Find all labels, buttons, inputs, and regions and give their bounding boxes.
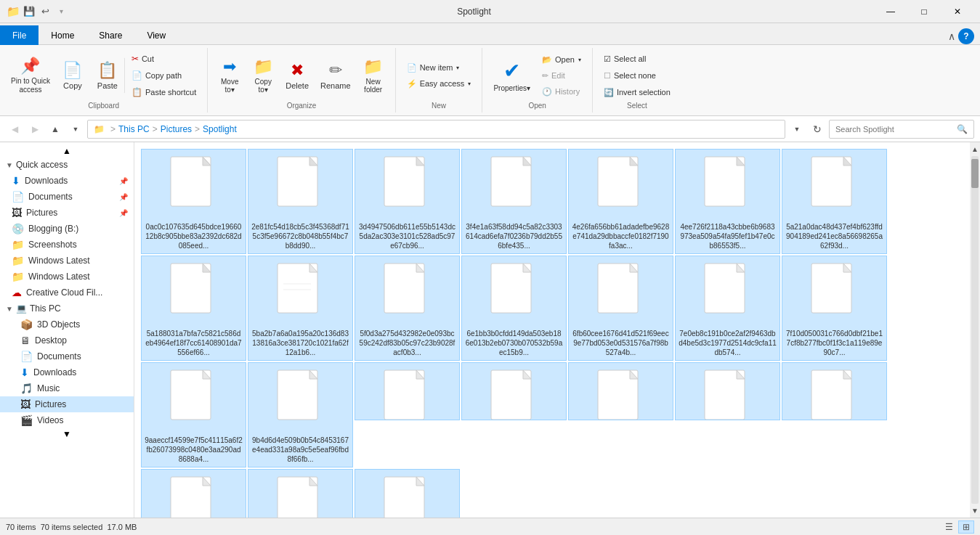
sidebar-item-pictures-pc[interactable]: 🖼 Pictures [0, 396, 134, 412]
sidebar-item-creative-cloud[interactable]: ☁ Creative Cloud Fil... [0, 285, 134, 301]
sidebar-item-downloads-pc[interactable]: ⬇ Downloads [0, 364, 134, 380]
save-icon[interactable]: 💾 [22, 4, 36, 19]
file-item[interactable]: 5a21a0dac48d437ef4bf623ffd904189ed241ec8… [782, 149, 887, 254]
up-button[interactable]: ▲ [46, 121, 64, 138]
sidebar-item-windows-latest-2[interactable]: 📁 Windows Latest [0, 269, 134, 285]
tab-view[interactable]: View [134, 25, 178, 45]
search-input[interactable] [835, 125, 952, 134]
file-item[interactable]: 9b4d6d4e509b0b54c8453167e4ead331a98a9c5e… [248, 362, 353, 467]
maximize-button[interactable]: □ [907, 0, 941, 23]
collapse-ribbon-button[interactable]: ∧ [948, 30, 955, 42]
sidebar-item-music[interactable]: 🎵 Music [0, 380, 134, 396]
paste-button[interactable]: 📋 Paste [90, 57, 125, 94]
sidebar-quick-access-header[interactable]: ▼ Quick access [0, 157, 134, 173]
new-folder-button[interactable]: 📁 New folder [357, 54, 389, 97]
select-none-button[interactable]: ☐ Select none [599, 68, 676, 83]
file-item[interactable] [355, 469, 460, 518]
file-item[interactable]: 4ee726f2118a43cbbe6b9683973ea509a54fa95f… [675, 149, 780, 254]
back-button[interactable]: ◀ [6, 121, 23, 138]
forward-button[interactable]: ▶ [26, 121, 44, 138]
properties-icon: ✔ [503, 59, 520, 83]
easy-access-button[interactable]: ⚡ Easy access ▾ [402, 76, 477, 91]
path-pictures[interactable]: Pictures [161, 124, 192, 134]
tab-home[interactable]: Home [39, 25, 86, 45]
grid-view-button[interactable]: ⊞ [958, 520, 974, 534]
sidebar-item-blogging[interactable]: 💿 Blogging (B:) [0, 221, 134, 237]
file-item[interactable] [675, 362, 780, 420]
file-item[interactable]: 9aaeccf14599e7f5c41115a6f2fb26073998c048… [141, 362, 246, 467]
file-item[interactable]: 6e1bb3b0cfdd149da503eb186e013b2eb0730b07… [461, 256, 567, 361]
path-spotlight[interactable]: Spotlight [203, 124, 237, 134]
sidebar-item-videos[interactable]: 🎬 Videos [0, 412, 134, 428]
file-item[interactable] [248, 469, 353, 518]
scroll-track[interactable] [971, 156, 979, 504]
ribbon-top-right: ∧ ? [948, 28, 980, 44]
blogging-icon: 💿 [12, 223, 24, 234]
copy-button[interactable]: 📄 Copy [57, 57, 89, 94]
sidebar-item-desktop[interactable]: 🖥 Desktop [0, 332, 134, 348]
sidebar-item-screenshots[interactable]: 📁 Screenshots [0, 237, 134, 253]
search-box[interactable]: 🔍 [829, 120, 974, 139]
list-view-button[interactable]: ☰ [941, 520, 957, 534]
copy-to-button[interactable]: 📁 Copy to▾ [247, 54, 279, 97]
delete-button[interactable]: ✖ Delete [280, 57, 314, 94]
minimize-button[interactable]: — [874, 0, 907, 23]
select-all-button[interactable]: ☑ Select all [599, 52, 676, 67]
recent-locations-button[interactable]: ▼ [67, 121, 84, 138]
sidebar-item-3d-objects[interactable]: 📦 3D Objects [0, 316, 134, 332]
file-name-0: 0ac0c107635d645bdce1966012b8c905bbe83a23… [145, 222, 243, 250]
file-item[interactable]: 3d4947506db611e55b5143dc5da2ac303e3101c5… [355, 149, 460, 254]
file-item[interactable]: 7e0eb8c191b0ce2af2f9463dbd4be5d3c1977d25… [675, 256, 780, 361]
sidebar-item-downloads[interactable]: ⬇ Downloads 📌 [0, 173, 134, 189]
edit-button[interactable]: ✏ Edit [537, 68, 586, 83]
right-scrollbar[interactable]: ▲ ▼ [970, 142, 980, 518]
help-button[interactable]: ? [958, 28, 974, 44]
file-icon-22 [275, 475, 327, 518]
scroll-up-arrow[interactable]: ▲ [970, 144, 980, 155]
file-item[interactable] [568, 362, 673, 420]
file-item[interactable]: 3f4e1a63f58dd94c5a82c3303614cad6efa7f023… [461, 149, 567, 254]
open-button[interactable]: 📂 Open ▾ [537, 52, 586, 68]
dropdown-path-button[interactable]: ▼ [788, 121, 806, 138]
invert-selection-button[interactable]: 🔄 Invert selection [599, 85, 676, 100]
file-item[interactable] [782, 362, 887, 420]
file-item[interactable]: 2e81fc54d18cb5c3f45368df715c3f5e96672c8b… [248, 149, 353, 254]
file-item[interactable] [355, 362, 460, 420]
file-item[interactable]: 5a188031a7bfa7c5821c586deb4964ef18f7cc61… [141, 256, 246, 361]
tab-file[interactable]: File [0, 25, 39, 45]
undo-icon[interactable]: ↩ [38, 4, 52, 19]
sidebar-scroll-down[interactable]: ▼ [0, 428, 134, 440]
properties-button[interactable]: ✔ Properties▾ [488, 55, 535, 96]
file-item[interactable]: 5f0d3a275d432982e0e093bc59c242df83b05c97… [355, 256, 460, 361]
sidebar-item-documents-pc[interactable]: 📄 Documents [0, 348, 134, 364]
new-item-button[interactable]: 📄 New item ▾ [402, 60, 477, 75]
sidebar-item-windows-latest-1[interactable]: 📁 Windows Latest [0, 253, 134, 269]
pin-indicator: 📌 [119, 193, 128, 201]
paste-shortcut-button[interactable]: 📋 Paste shortcut [126, 84, 201, 100]
tab-share[interactable]: Share [86, 25, 134, 45]
sidebar-scroll-up[interactable]: ▲ [0, 145, 134, 157]
file-item[interactable] [461, 362, 567, 420]
scroll-down-arrow[interactable]: ▼ [970, 505, 980, 516]
move-to-button[interactable]: ➡ Move to▾ [214, 54, 246, 97]
cut-button[interactable]: ✂ Cut [126, 51, 201, 67]
sidebar-this-pc-header[interactable]: ▼ 💻 This PC [0, 301, 134, 316]
history-button[interactable]: 🕐 History [537, 84, 586, 99]
path-thispc[interactable]: This PC [118, 124, 150, 134]
pin-to-quick-access-button[interactable]: 📌 Pin to Quick access [6, 53, 55, 98]
sidebar-item-pictures[interactable]: 🖼 Pictures 📌 [0, 205, 134, 221]
copy-path-button[interactable]: 📄 Copy path [126, 68, 201, 83]
file-item[interactable]: 6fb60cee1676d41d521f69eec9e77bd053e0d531… [568, 256, 673, 361]
rename-button[interactable]: ✏ Rename [315, 57, 356, 94]
file-item[interactable]: 4e26fa656bb61adadefbe9628e741da29dbbaccf… [568, 149, 673, 254]
refresh-button[interactable]: ↻ [809, 121, 826, 138]
file-item[interactable]: 5ba2b7a6a0a195a20c136d8313816a3ce381720c… [248, 256, 353, 361]
file-item[interactable]: 7f10d050031c766d0dbf21be17cf8b277fbc0f1f… [782, 256, 887, 361]
file-item[interactable] [141, 469, 246, 518]
file-item[interactable]: 0ac0c107635d645bdce1966012b8c905bbe83a23… [141, 149, 246, 254]
address-path[interactable]: 📁 > This PC > Pictures > Spotlight [87, 120, 785, 139]
sidebar-item-documents[interactable]: 📄 Documents 📌 [0, 189, 134, 205]
close-button[interactable]: ✕ [941, 0, 974, 23]
clipboard-small-btns: ✂ Cut 📄 Copy path 📋 Paste shortcut [126, 51, 201, 100]
scroll-thumb[interactable] [971, 159, 979, 188]
